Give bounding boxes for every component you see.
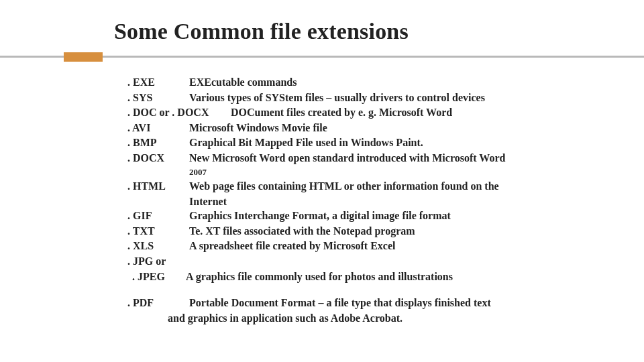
ext-label-2: . JPEG [129, 269, 176, 284]
ext-label: . PDF [127, 296, 180, 310]
ext-label: . DOCX [127, 151, 180, 166]
ext-label: . TXT [127, 224, 180, 239]
item-jpg: . JPG or . JPEG A graphics file commonly… [127, 254, 570, 284]
item-docx-sub: 2007 [189, 166, 570, 178]
ext-desc: Portable Document Format – a file type t… [189, 296, 570, 310]
ext-label: . AVI [127, 121, 180, 135]
item-html: . HTML Web page files containing HTML or… [127, 179, 570, 194]
ext-label: . BMP [127, 135, 180, 150]
item-pdf-cont: and graphics in application such as Adob… [168, 311, 570, 326]
ext-desc: DOCument files created by e. g. Microsof… [231, 105, 570, 120]
ext-desc: Web page files containing HTML or other … [189, 179, 570, 194]
ext-label: . XLS [127, 239, 180, 253]
ext-desc: Te. XT files associated with the Notepad… [189, 224, 570, 239]
ext-desc: A graphics file commonly used for photos… [186, 269, 570, 284]
item-gif: . GIF Graphics Interchange Format, a dig… [127, 208, 570, 223]
ext-label: . HTML [127, 179, 180, 194]
ext-desc: New Microsoft Word open standard introdu… [189, 151, 570, 166]
content: . EXE EXEcutable commands . SYS Various … [127, 75, 570, 325]
ext-desc: Graphics Interchange Format, a digital i… [189, 208, 570, 223]
item-exe: . EXE EXEcutable commands [127, 75, 570, 90]
rule-accent [64, 52, 103, 62]
ext-label: . EXE [127, 75, 180, 90]
ext-desc: EXEcutable commands [189, 75, 570, 90]
ext-label: . GIF [127, 208, 180, 223]
ext-desc: Microsoft Windows Movie file [189, 121, 570, 135]
slide-title: Some Common file extensions [114, 19, 604, 44]
slide: Some Common file extensions . EXE EXEcut… [0, 0, 644, 362]
ext-desc: Various types of SYStem files – usually … [189, 90, 570, 105]
item-sys: . SYS Various types of SYStem files – us… [127, 90, 570, 105]
title-rule [40, 51, 604, 60]
item-avi: . AVI Microsoft Windows Movie file [127, 121, 570, 135]
ext-label: . DOC or . DOCX [127, 105, 221, 120]
item-doc: . DOC or . DOCX DOCument files created b… [127, 105, 570, 120]
ext-label: . JPG or [127, 254, 180, 269]
item-html-cont: Internet [189, 194, 570, 209]
ext-desc: Graphical Bit Mapped File used in Window… [189, 135, 570, 150]
item-pdf: . PDF Portable Document Format – a file … [127, 296, 570, 310]
item-txt: . TXT Te. XT files associated with the N… [127, 224, 570, 239]
ext-desc: A spreadsheet file created by Microsoft … [189, 239, 570, 253]
item-bmp: . BMP Graphical Bit Mapped File used in … [127, 135, 570, 150]
item-xls: . XLS A spreadsheet file created by Micr… [127, 239, 570, 253]
ext-label: . SYS [127, 90, 180, 105]
item-docx: . DOCX New Microsoft Word open standard … [127, 151, 570, 166]
